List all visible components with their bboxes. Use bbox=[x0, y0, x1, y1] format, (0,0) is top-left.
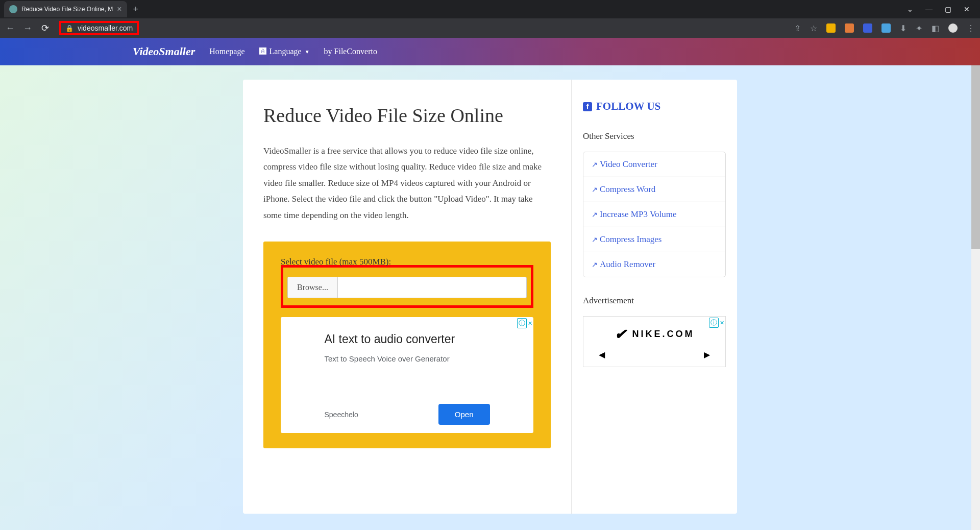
browser-tab-strip: Reduce Video File Size Online, M × + ⌄ —… bbox=[0, 0, 980, 18]
tab-search-button[interactable]: ⌄ bbox=[907, 5, 913, 13]
site-nav: VideoSmaller Homepage 🅰 Language ▼ by Fi… bbox=[0, 38, 980, 65]
service-item-increase-mp3[interactable]: ↗Increase MP3 Volume bbox=[583, 202, 725, 227]
external-link-icon: ↗ bbox=[592, 260, 598, 269]
address-bar[interactable]: videosmaller.com bbox=[78, 24, 133, 32]
reload-button[interactable]: ⟳ bbox=[40, 22, 50, 34]
tab-title: Reduce Video File Size Online, M bbox=[21, 6, 113, 13]
scrollbar[interactable] bbox=[971, 65, 980, 530]
nav-language-label: Language bbox=[270, 47, 302, 56]
ad-open-button[interactable]: Open bbox=[438, 404, 490, 425]
browser-tab[interactable]: Reduce Video File Size Online, M × bbox=[4, 1, 127, 17]
service-list: ↗Video Converter ↗Compress Word ↗Increas… bbox=[583, 152, 726, 277]
ad-close-row: ⓘ✕ bbox=[517, 318, 532, 328]
external-link-icon: ↗ bbox=[592, 235, 598, 244]
ad-inner[interactable]: AI text to audio converter Text to Speec… bbox=[312, 317, 502, 433]
ad-close-row: ⓘ✕ bbox=[709, 318, 724, 328]
new-tab-button[interactable]: + bbox=[133, 4, 139, 15]
browser-toolbar: ← → ⟳ 🔒 videosmaller.com ⇪ ☆ ⬇ ✦ ◧ ⋮ bbox=[0, 18, 980, 38]
side-panel-icon[interactable]: ◧ bbox=[932, 23, 939, 33]
page-viewport: VideoSmaller Homepage 🅰 Language ▼ by Fi… bbox=[0, 38, 980, 530]
sidebar: f FOLLOW US Other Services ↗Video Conver… bbox=[572, 80, 737, 514]
toolbar-right: ⇪ ☆ ⬇ ✦ ◧ ⋮ bbox=[794, 23, 975, 33]
inline-ad: ⓘ✕ AI text to audio converter Text to Sp… bbox=[281, 317, 533, 433]
extension-icon[interactable] bbox=[881, 23, 891, 33]
nav-language[interactable]: 🅰 Language ▼ bbox=[259, 47, 310, 56]
lock-icon: 🔒 bbox=[65, 25, 74, 32]
nike-ad-header: ✔ NIKE.COM bbox=[583, 317, 725, 346]
carousel-next-icon[interactable]: ▶ bbox=[704, 350, 710, 359]
ad-subtitle: Text to Speech Voice over Generator bbox=[325, 354, 490, 363]
window-controls: ⌄ — ▢ ✕ bbox=[907, 5, 976, 13]
ad-title: AI text to audio converter bbox=[325, 332, 490, 346]
service-item-compress-word[interactable]: ↗Compress Word bbox=[583, 177, 725, 202]
sidebar-ad[interactable]: ⓘ✕ ✔ NIKE.COM ◀ ▶ bbox=[583, 316, 726, 367]
nav-by-fileconverto[interactable]: by FileConverto bbox=[324, 47, 377, 56]
share-icon[interactable]: ⇪ bbox=[794, 23, 801, 33]
external-link-icon: ↗ bbox=[592, 185, 598, 194]
ad-info-icon[interactable]: ⓘ bbox=[517, 318, 527, 328]
downloads-icon[interactable]: ⬇ bbox=[900, 23, 906, 33]
chevron-down-icon: ▼ bbox=[305, 49, 310, 55]
extensions-icon[interactable]: ✦ bbox=[916, 23, 922, 33]
upload-highlight: Browse... bbox=[281, 265, 533, 308]
upload-panel: Select video file (max 500MB): Browse...… bbox=[263, 242, 551, 448]
advertisement-heading: Advertisement bbox=[583, 296, 726, 306]
ad-info-icon[interactable]: ⓘ bbox=[709, 318, 719, 328]
service-item-video-converter[interactable]: ↗Video Converter bbox=[583, 152, 725, 177]
menu-icon[interactable]: ⋮ bbox=[967, 23, 975, 33]
carousel-prev-icon[interactable]: ◀ bbox=[599, 350, 605, 359]
back-button[interactable]: ← bbox=[5, 23, 15, 34]
external-link-icon: ↗ bbox=[592, 210, 598, 219]
maximize-button[interactable]: ▢ bbox=[945, 5, 951, 13]
nav-homepage[interactable]: Homepage bbox=[209, 47, 244, 56]
forward-button[interactable]: → bbox=[22, 23, 33, 34]
ad-close-icon[interactable]: ✕ bbox=[720, 320, 724, 326]
extension-icon[interactable] bbox=[826, 23, 836, 33]
service-item-compress-images[interactable]: ↗Compress Images bbox=[583, 227, 725, 252]
browse-button[interactable]: Browse... bbox=[288, 277, 338, 298]
ad-close-icon[interactable]: ✕ bbox=[528, 320, 532, 326]
main-column: Reduce Video File Size Online VideoSmall… bbox=[243, 80, 572, 514]
follow-us-label: FOLLOW US bbox=[596, 100, 660, 113]
address-bar-highlight: 🔒 videosmaller.com bbox=[59, 21, 139, 35]
nike-carousel-arrows: ◀ ▶ bbox=[583, 346, 725, 367]
facebook-icon: f bbox=[583, 102, 592, 111]
profile-avatar[interactable] bbox=[948, 23, 958, 33]
follow-us-link[interactable]: f FOLLOW US bbox=[583, 100, 726, 113]
nike-brand-text: NIKE.COM bbox=[632, 329, 695, 340]
extension-icon[interactable] bbox=[845, 23, 854, 33]
close-icon[interactable]: × bbox=[117, 5, 121, 14]
ad-brand: Speechelo bbox=[325, 411, 358, 419]
service-item-audio-remover[interactable]: ↗Audio Remover bbox=[583, 252, 725, 277]
close-window-button[interactable]: ✕ bbox=[964, 5, 970, 13]
nike-swoosh-icon: ✔ bbox=[615, 326, 626, 343]
translate-icon: 🅰 bbox=[259, 47, 266, 56]
site-brand[interactable]: VideoSmaller bbox=[133, 45, 195, 58]
extension-icon[interactable] bbox=[863, 23, 872, 33]
external-link-icon: ↗ bbox=[592, 160, 598, 169]
page-title: Reduce Video File Size Online bbox=[263, 104, 551, 127]
minimize-button[interactable]: — bbox=[925, 5, 933, 13]
scroll-thumb[interactable] bbox=[971, 65, 980, 249]
intro-text: VideoSmaller is a free service that allo… bbox=[263, 143, 551, 223]
bookmark-icon[interactable]: ☆ bbox=[810, 23, 817, 33]
content-card: Reduce Video File Size Online VideoSmall… bbox=[243, 80, 737, 514]
file-name-display bbox=[338, 277, 526, 298]
file-input-row[interactable]: Browse... bbox=[287, 277, 527, 298]
tab-favicon bbox=[9, 5, 17, 13]
other-services-heading: Other Services bbox=[583, 131, 726, 141]
